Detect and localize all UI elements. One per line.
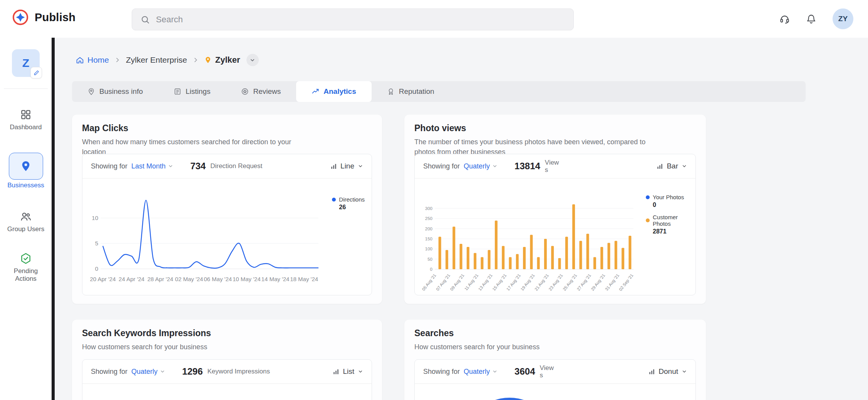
- period-value: Quaterly: [464, 162, 490, 170]
- breadcrumb: Home Zylker Enterprise Zylker: [76, 52, 259, 68]
- period-dropdown[interactable]: Quaterly: [131, 368, 165, 376]
- breadcrumb-business[interactable]: Zylker: [204, 55, 240, 65]
- period-value: Quaterly: [131, 368, 158, 376]
- top-actions: ZY: [779, 0, 853, 38]
- sidebar-item-label: Businessess: [0, 182, 52, 189]
- breadcrumb-home[interactable]: Home: [76, 55, 109, 65]
- analytics-icon: [312, 88, 319, 95]
- svg-text:11 Aug '21: 11 Aug '21: [464, 273, 479, 291]
- legend-customer-photos[interactable]: Customer Photos 2871: [646, 214, 695, 235]
- svg-text:21 Aug '21: 21 Aug '21: [534, 273, 550, 292]
- sidebar-item-dashboard[interactable]: Dashboard: [0, 108, 52, 131]
- svg-text:0: 0: [95, 265, 98, 272]
- line-chart-area: 051020 Apr '2424 Apr '2428 Apr '2402 May…: [82, 178, 372, 295]
- svg-text:5: 5: [95, 240, 98, 247]
- legend-your-photos[interactable]: Your Photos 0: [646, 194, 684, 208]
- sidebar-item-group-users[interactable]: Group Users: [0, 210, 52, 233]
- breadcrumb-business-label: Zylker: [215, 55, 240, 65]
- metric-value: 1296: [182, 366, 203, 377]
- search-input[interactable]: [156, 15, 565, 25]
- business-info-icon: [87, 88, 95, 95]
- global-search[interactable]: [132, 8, 574, 30]
- chart-type-value: Donut: [659, 367, 678, 376]
- svg-text:17 Aug '21: 17 Aug '21: [506, 273, 521, 292]
- legend-value: 2871: [653, 228, 695, 235]
- svg-text:10: 10: [92, 215, 98, 221]
- showing-for-label: Showing for: [423, 368, 460, 376]
- tab-label: Listings: [186, 87, 210, 96]
- card-description: How customers search for your business: [414, 342, 540, 352]
- chevron-right-icon: [193, 57, 199, 63]
- legend-value: 0: [653, 202, 684, 208]
- svg-text:19 Aug '21: 19 Aug '21: [519, 273, 535, 292]
- svg-text:02 May '24: 02 May '24: [175, 276, 203, 282]
- chart-type-dropdown[interactable]: Line: [330, 162, 363, 170]
- chart-type-value: List: [343, 367, 354, 376]
- sidebar-resize-bar[interactable]: [52, 38, 55, 400]
- card-description: How customers search for your business: [82, 342, 207, 352]
- tab-label: Analytics: [323, 87, 356, 96]
- card-title: Search Keywords Impressions: [82, 328, 211, 338]
- photo-views-bar-chart: 05010015020025030005 Aug '2107 Aug '2109…: [417, 181, 642, 298]
- home-icon: [76, 56, 84, 64]
- period-dropdown[interactable]: Quaterly: [464, 162, 498, 170]
- reviews-icon: [241, 88, 249, 95]
- breadcrumb-home-label: Home: [87, 55, 109, 65]
- app-title: Publish: [35, 11, 75, 24]
- legend-directions[interactable]: Directions 26: [332, 196, 365, 211]
- sidebar-item-businesses[interactable]: Businessess: [0, 153, 52, 189]
- card-title: Searches: [414, 328, 454, 338]
- svg-text:24 Apr '24: 24 Apr '24: [119, 276, 144, 282]
- chart-type-dropdown[interactable]: Bar: [657, 162, 687, 170]
- legend-label: Your Photos: [653, 194, 684, 200]
- mini-bars-icon: [333, 368, 339, 375]
- reputation-icon: [387, 88, 395, 95]
- chart-type-value: Bar: [667, 162, 678, 170]
- card-title: Photo views: [414, 123, 466, 133]
- panel-header: Showing for Last Month 734 Direction Req…: [82, 154, 372, 178]
- tab-reviews[interactable]: Reviews: [226, 81, 296, 102]
- svg-text:150: 150: [425, 237, 432, 241]
- legend-dot: [646, 195, 650, 199]
- svg-text:28 Apr '24: 28 Apr '24: [147, 276, 173, 282]
- tab-reputation[interactable]: Reputation: [372, 81, 450, 102]
- bell-icon[interactable]: [806, 14, 816, 24]
- period-value: Quaterly: [464, 368, 490, 376]
- orange-pin-icon: [204, 56, 212, 64]
- period-dropdown[interactable]: Quaterly: [464, 368, 498, 376]
- listings-icon: [174, 88, 181, 95]
- period-dropdown[interactable]: Last Month: [131, 162, 173, 170]
- tab-business-info[interactable]: Business info: [72, 81, 158, 102]
- svg-text:23 Aug '21: 23 Aug '21: [548, 273, 563, 292]
- edit-avatar-button[interactable]: [30, 67, 42, 78]
- business-switcher-button[interactable]: [246, 54, 259, 66]
- sidebar-item-pending-actions[interactable]: Pending Actions: [0, 252, 52, 283]
- photo-views-panel: Showing for Quaterly 13814 Views Bar 050…: [414, 154, 696, 295]
- top-header: Publish ZY: [0, 0, 868, 38]
- chart-type-dropdown[interactable]: Donut: [648, 367, 687, 376]
- svg-text:13 Aug '21: 13 Aug '21: [478, 273, 493, 292]
- metric-value: 734: [190, 161, 206, 172]
- headset-icon[interactable]: [779, 14, 790, 24]
- bar-chart-area: 05010015020025030005 Aug '2107 Aug '2109…: [415, 178, 695, 295]
- showing-for-label: Showing for: [423, 162, 460, 170]
- user-avatar[interactable]: ZY: [833, 8, 853, 29]
- tab-listings[interactable]: Listings: [158, 81, 226, 102]
- main-content: Home Zylker Enterprise Zylker: [55, 38, 868, 400]
- svg-text:250: 250: [425, 216, 432, 221]
- svg-text:18 May '24: 18 May '24: [290, 276, 318, 282]
- dashboard-icon: [0, 108, 52, 122]
- sidebar-divider: [4, 88, 48, 89]
- panel-header: Showing for Quaterly 3604 Views Donut: [415, 360, 695, 384]
- legend-label: Customer Photos: [653, 214, 695, 227]
- tab-label: Reviews: [253, 87, 281, 96]
- metric-label: Views: [540, 364, 556, 379]
- keywords-list-area: [82, 384, 372, 400]
- metric-value: 13814: [514, 161, 540, 172]
- chart-type-dropdown[interactable]: List: [333, 367, 363, 376]
- breadcrumb-enterprise[interactable]: Zylker Enterprise: [126, 55, 187, 65]
- legend-dot: [646, 218, 650, 222]
- tab-analytics[interactable]: Analytics: [296, 81, 371, 102]
- chart-type-value: Line: [340, 162, 354, 170]
- sidebar: Z Dashboard Businessess: [0, 38, 52, 400]
